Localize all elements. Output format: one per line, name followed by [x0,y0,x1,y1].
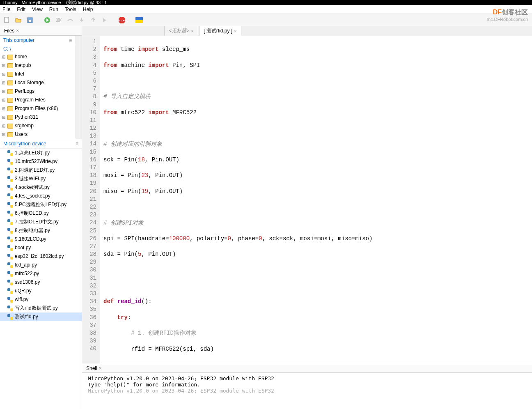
tree-item[interactable]: ⊞Program Files [0,96,75,104]
tab-rfid[interactable]: [ 测试rfid.py ]× [199,26,241,36]
code-editor[interactable]: 1234567891011121314151617181920212223242… [82,36,532,364]
flag-icon[interactable] [135,16,144,25]
tree-item[interactable]: 1.点亮LED灯.py [0,149,82,157]
tree-label: srgltemp [15,122,34,129]
tree-item[interactable]: 5.PC远程控制LED灯.py [0,200,82,209]
menu-tools[interactable]: Tools [65,7,76,12]
svg-point-4 [57,18,61,22]
this-computer-header[interactable]: This computer≡ [0,36,75,45]
expand-icon[interactable]: ⊞ [2,71,6,78]
tree-item[interactable]: wifi.py [0,295,82,304]
tree-item[interactable]: ⊞Python311 [0,113,75,122]
close-icon[interactable]: × [16,28,19,34]
expand-icon[interactable]: ⊞ [2,105,6,112]
python-file-icon [7,297,13,303]
path-label[interactable]: C: \ [0,45,75,53]
python-file-icon [7,314,13,320]
device-header[interactable]: MicroPython device≡ [0,139,82,149]
files-panel: Files× This computer≡ C: \ ⊞home⊞inetpub… [0,26,82,409]
debug-icon[interactable] [54,16,63,25]
tree-label: LocalStorage [15,79,44,86]
python-file-icon [7,202,13,208]
folder-icon [7,106,13,111]
tree-label: esp32_i2c_1602lcd.py [15,253,64,260]
tree-item[interactable]: ⊞Program Files (x86) [0,104,75,113]
tree-item[interactable]: 4.test_socket.py [0,192,82,200]
expand-icon[interactable]: ⊞ [2,122,6,129]
stop-icon[interactable]: STOP [117,16,126,25]
step-into-icon[interactable] [77,16,86,25]
tree-item[interactable]: mfrc522.py [0,269,82,278]
tree-item[interactable]: 写入rfid数据测试.py [0,304,82,312]
tree-label: 4.socket测试.py [15,184,50,191]
tree-item[interactable]: 3.链接WIFI.py [0,175,82,183]
shell-tab[interactable]: Shell× [82,364,532,373]
tree-item[interactable]: boot.py [0,244,82,252]
expand-icon[interactable]: ⊞ [2,114,6,121]
expand-icon[interactable]: ⊞ [2,131,6,138]
tree-item[interactable]: 2.闪烁的LED灯.py [0,166,82,175]
python-file-icon [7,237,13,242]
tab-untitled[interactable]: <无标题>× [164,26,198,36]
menu-run[interactable]: Run [49,7,58,12]
close-icon[interactable]: × [234,28,237,34]
tree-item[interactable]: ⊞inetpub [0,61,75,70]
menu-view[interactable]: View [32,7,43,12]
tree-item[interactable]: ⊞home [0,53,75,61]
tree-item[interactable]: 8.控制继电器.py [0,226,82,235]
scrollbar[interactable] [75,36,82,139]
menu-file[interactable]: File [2,7,10,12]
menu-icon[interactable]: ≡ [69,37,72,43]
expand-icon[interactable]: ⊞ [2,53,6,60]
tree-item[interactable]: 4.socket测试.py [0,183,82,192]
tree-label: wifi.py [15,296,28,303]
save-file-icon[interactable] [25,16,34,25]
menu-help[interactable]: Help [83,7,93,12]
step-out-icon[interactable] [89,16,98,25]
tree-label: ssd1306.py [15,279,40,286]
tree-item[interactable]: 10.mfrc522Wirte.py [0,157,82,166]
tree-item[interactable]: 7.控制OLED中文.py [0,218,82,226]
folder-icon [7,124,13,129]
expand-icon[interactable]: ⊞ [2,79,6,86]
tree-item[interactable]: 测试rfid.py [0,312,82,321]
menu-icon[interactable]: ≡ [76,141,78,147]
tree-item[interactable]: ⊞Users [0,130,75,139]
expand-icon[interactable]: ⊞ [2,62,6,69]
folder-icon [7,115,13,120]
tree-label: Program Files (x86) [15,105,58,112]
new-file-icon[interactable] [2,16,11,25]
tree-item[interactable]: ⊞srgltemp [0,122,75,130]
tree-item[interactable]: 9.1602LCD.py [0,235,82,244]
files-tab[interactable]: Files× [0,26,82,36]
tree-item[interactable]: ⊞PerfLogs [0,87,75,96]
python-file-icon [7,150,13,156]
tree-item[interactable]: 6.控制OLED.py [0,209,82,218]
expand-icon[interactable]: ⊞ [2,97,6,103]
tree-item[interactable]: ssd1306.py [0,278,82,287]
tree-label: 3.链接WIFI.py [15,175,46,182]
watermark: DF创客社区 mc.DFRobot.com.cn [487,8,528,22]
tree-item[interactable]: lcd_api.py [0,261,82,269]
tree-label: 测试rfid.py [15,313,38,320]
python-file-icon [7,219,13,225]
tree-item[interactable]: ⊞Intel [0,70,75,78]
tree-label: 8.控制继电器.py [15,227,50,234]
code-area[interactable]: from time import sleep_ms from machine i… [100,36,532,364]
tree-label: 10.mfrc522Wirte.py [15,158,57,165]
menu-edit[interactable]: Edit [17,7,25,12]
shell-output[interactable]: MicroPython v1.20.0 on 2023-04-26; ESP32… [82,373,532,409]
svg-rect-8 [135,20,143,23]
tree-item[interactable]: ⊞LocalStorage [0,78,75,87]
expand-icon[interactable]: ⊞ [2,88,6,95]
open-file-icon[interactable] [14,16,23,25]
toolbar: STOP [0,14,532,26]
run-icon[interactable] [43,16,52,25]
step-over-icon[interactable] [66,16,75,25]
tree-item[interactable]: uQR.py [0,287,82,295]
close-icon[interactable]: × [99,365,102,371]
resume-icon[interactable] [100,16,109,25]
tree-item[interactable]: esp32_i2c_1602lcd.py [0,252,82,261]
close-icon[interactable]: × [191,28,194,34]
menubar: File Edit View Run Tools Help [0,5,532,14]
